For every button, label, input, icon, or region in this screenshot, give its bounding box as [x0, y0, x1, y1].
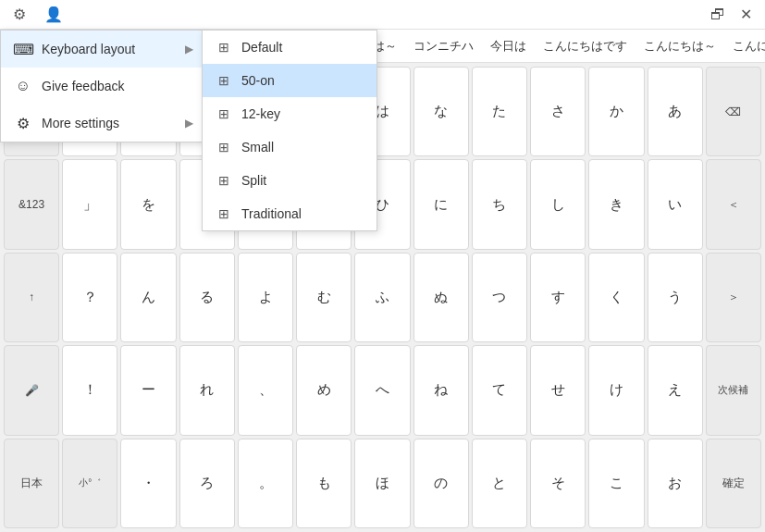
key-kagikako-close[interactable]: 」	[62, 159, 117, 249]
sidebar-menu: ⌨ Keyboard layout ▶ ☺ Give feedback ⚙ Mo…	[0, 30, 204, 142]
key-o[interactable]: お	[648, 439, 703, 528]
key-small[interactable]: 小°゛	[62, 439, 117, 528]
submenu-label-split: Split	[241, 173, 266, 188]
submenu-item-small[interactable]: ⊞ Small	[203, 130, 376, 164]
close-icon-button[interactable]: ✕	[734, 4, 758, 25]
key-wo[interactable]: を	[120, 159, 176, 249]
profile-icon-button[interactable]: 👤	[39, 4, 68, 25]
key-ta[interactable]: た	[472, 67, 527, 156]
top-bar-left: ⚙ 👤	[7, 4, 68, 25]
key-so[interactable]: そ	[530, 439, 586, 528]
12key-layout-icon: ⊞	[216, 105, 232, 122]
key-backspace[interactable]: ⌫	[706, 67, 761, 156]
key-ka[interactable]: か	[588, 67, 644, 156]
key-yo[interactable]: よ	[238, 253, 293, 342]
keyboard-layout-arrow-icon: ▶	[185, 43, 193, 56]
key-shift[interactable]: ↑	[4, 253, 59, 342]
key-nihongo[interactable]: 日本	[4, 439, 59, 528]
key-nakaguro[interactable]: ・	[120, 439, 176, 528]
key-me[interactable]: め	[296, 345, 352, 435]
submenu-item-split[interactable]: ⊞ Split	[203, 164, 376, 197]
key-ko[interactable]: こ	[588, 439, 644, 528]
keyboard-icon: ⌨	[14, 40, 32, 58]
key-se[interactable]: せ	[530, 345, 586, 435]
key-ru[interactable]: る	[179, 253, 235, 342]
split-layout-icon: ⊞	[216, 172, 232, 189]
key-ro[interactable]: ろ	[179, 439, 235, 528]
sidebar-label-more-settings: More settings	[42, 116, 119, 130]
key-to[interactable]: と	[472, 439, 527, 528]
key-tsu[interactable]: つ	[472, 253, 527, 342]
key-next-candidate[interactable]: 次候補	[706, 345, 761, 435]
key-ho[interactable]: ほ	[354, 439, 410, 528]
top-bar-right: 🗗 ✕	[705, 4, 758, 25]
key-u[interactable]: う	[648, 253, 703, 342]
key-ni[interactable]: に	[413, 159, 469, 249]
key-te[interactable]: て	[472, 345, 527, 435]
key-confirm[interactable]: 確定	[706, 439, 761, 528]
top-bar: ⚙ 👤 🗗 ✕	[0, 0, 765, 30]
key-na[interactable]: な	[413, 67, 469, 156]
key-comma[interactable]: 、	[238, 345, 293, 435]
key-ku[interactable]: く	[588, 253, 644, 342]
key-sa[interactable]: さ	[530, 67, 586, 156]
key-ke[interactable]: け	[588, 345, 644, 435]
sidebar-label-keyboard-layout: Keyboard layout	[42, 42, 135, 56]
sidebar-item-keyboard-layout[interactable]: ⌨ Keyboard layout ▶	[1, 31, 203, 68]
suggestion-item-6[interactable]: 今日は	[483, 34, 534, 58]
key-mic[interactable]: 🎤	[4, 345, 59, 435]
key-mu[interactable]: む	[296, 253, 352, 342]
resize-icon-button[interactable]: 🗗	[705, 5, 731, 25]
sidebar-label-give-feedback: Give feedback	[42, 79, 125, 93]
key-no[interactable]: の	[413, 439, 469, 528]
key-nu[interactable]: ぬ	[413, 253, 469, 342]
traditional-layout-icon: ⊞	[216, 205, 232, 222]
submenu-item-50on[interactable]: ⊞ 50-on	[203, 64, 376, 97]
key-e[interactable]: え	[648, 345, 703, 435]
submenu-label-traditional: Traditional	[241, 206, 302, 221]
key-numsym[interactable]: &123	[4, 159, 59, 249]
key-row-5: 日本 小°゛ ・ ろ 。 も ほ の と そ こ お 確定	[4, 439, 761, 528]
key-n[interactable]: ん	[120, 253, 176, 342]
key-ki[interactable]: き	[588, 159, 644, 249]
submenu-label-default: Default	[241, 40, 282, 55]
sidebar-item-more-settings[interactable]: ⚙ More settings ▶	[1, 105, 203, 142]
key-fu[interactable]: ふ	[354, 253, 410, 342]
key-he[interactable]: へ	[354, 345, 410, 435]
50on-layout-icon: ⊞	[216, 72, 232, 89]
settings-icon-button[interactable]: ⚙	[7, 4, 31, 25]
submenu-item-traditional[interactable]: ⊞ Traditional	[203, 197, 376, 230]
submenu-label-small: Small	[241, 140, 274, 155]
key-shi[interactable]: し	[530, 159, 586, 249]
settings-icon: ⚙	[14, 114, 32, 132]
key-exclaim[interactable]: ！	[62, 345, 117, 435]
more-settings-arrow-icon: ▶	[185, 117, 193, 130]
small-layout-icon: ⊞	[216, 139, 232, 155]
key-su[interactable]: す	[530, 253, 586, 342]
key-row-2: &123 」 を り ゆ み ひ に ち し き い ＜	[4, 159, 761, 249]
key-chi[interactable]: ち	[472, 159, 527, 249]
key-a[interactable]: あ	[648, 67, 703, 156]
key-re[interactable]: れ	[179, 345, 235, 435]
key-right-arrow[interactable]: ＞	[706, 253, 761, 342]
key-period[interactable]: 。	[238, 439, 293, 528]
submenu-label-50on: 50-on	[241, 73, 275, 88]
key-question[interactable]: ？	[62, 253, 117, 342]
submenu-label-12key: 12-key	[241, 106, 280, 121]
key-left-arrow[interactable]: ＜	[706, 159, 761, 249]
suggestion-item-7[interactable]: こんにちはです	[536, 34, 635, 58]
key-row-3: ↑ ？ ん る よ む ふ ぬ つ す く う ＞	[4, 253, 761, 342]
key-dash[interactable]: ー	[120, 345, 176, 435]
keyboard-layout-submenu: ⊞ Default ⊞ 50-on ⊞ 12-key ⊞ Small ⊞ Spl…	[202, 30, 377, 231]
key-i[interactable]: い	[648, 159, 703, 249]
suggestion-item-8[interactable]: こんにちは～	[636, 34, 723, 58]
suggestion-item-9[interactable]: こんにちは赤ちゃん	[725, 34, 765, 58]
key-row-4: 🎤 ！ ー れ 、 め へ ね て せ け え 次候補	[4, 345, 761, 435]
submenu-item-default[interactable]: ⊞ Default	[203, 31, 376, 64]
suggestion-item-5[interactable]: コンニチハ	[406, 34, 481, 58]
key-ne[interactable]: ね	[413, 345, 469, 435]
default-layout-icon: ⊞	[216, 39, 232, 56]
sidebar-item-give-feedback[interactable]: ☺ Give feedback	[1, 68, 203, 105]
submenu-item-12key[interactable]: ⊞ 12-key	[203, 97, 376, 130]
key-mo[interactable]: も	[296, 439, 352, 528]
